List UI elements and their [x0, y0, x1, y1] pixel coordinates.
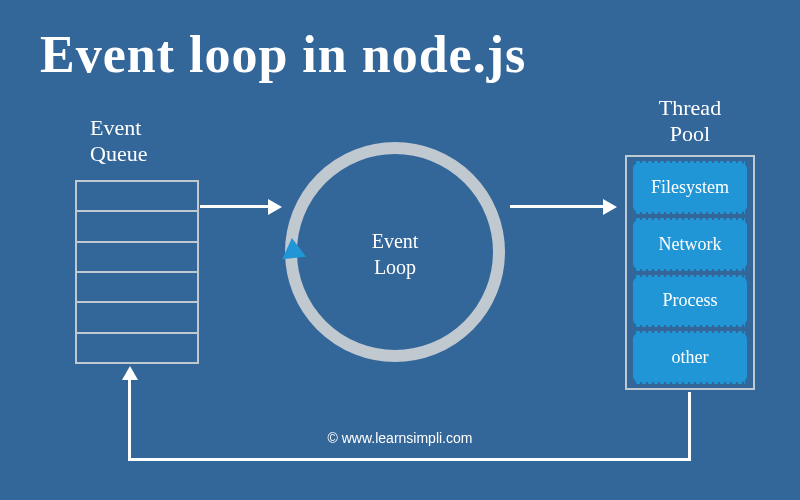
- arrow-feedback-segment: [128, 378, 131, 460]
- thread-pool-box: Filesystem Network Process other: [625, 155, 755, 390]
- loop-label-line2: Loop: [374, 256, 416, 278]
- pool-item-filesystem: Filesystem: [633, 163, 747, 212]
- arrow-queue-to-loop: [200, 205, 270, 208]
- arrow-feedback-segment: [688, 392, 691, 460]
- event-queue-box: [75, 180, 199, 364]
- pool-item-process: Process: [633, 277, 747, 326]
- arrow-feedback-segment: [128, 458, 691, 461]
- queue-label-line1: Event: [90, 115, 141, 140]
- thread-pool-label: Thread Pool: [640, 95, 740, 148]
- arrow-head-icon: [603, 199, 617, 215]
- pool-item-network: Network: [633, 220, 747, 269]
- queue-label-line2: Queue: [90, 141, 147, 166]
- event-queue-label: Event Queue: [90, 115, 147, 168]
- pool-item-other: other: [633, 333, 747, 382]
- queue-slot: [77, 243, 197, 273]
- arrow-head-icon: [268, 199, 282, 215]
- pool-label-line2: Pool: [670, 121, 710, 146]
- queue-slot: [77, 334, 197, 362]
- loop-direction-arrow-icon: [280, 237, 306, 259]
- queue-slot: [77, 273, 197, 303]
- queue-slot: [77, 182, 197, 212]
- pool-label-line1: Thread: [659, 95, 721, 120]
- page-title: Event loop in node.js: [0, 0, 800, 84]
- queue-slot: [77, 212, 197, 242]
- credit-text: © www.learnsimpli.com: [0, 430, 800, 446]
- queue-slot: [77, 303, 197, 333]
- loop-label-line1: Event: [372, 230, 419, 252]
- arrow-loop-to-pool: [510, 205, 605, 208]
- event-loop-label: Event Loop: [350, 228, 440, 280]
- arrow-head-icon: [122, 366, 138, 380]
